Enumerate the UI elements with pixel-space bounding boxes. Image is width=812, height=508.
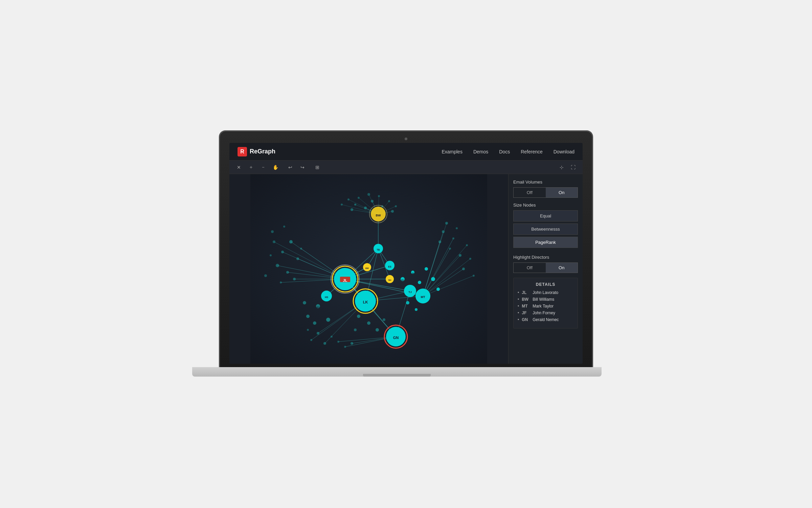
detail-gn: • GN Gerald Nemec (518, 317, 573, 322)
svg-point-115 (418, 281, 421, 284)
detail-name-mt: Mark Taylor (533, 304, 554, 309)
right-panel: Email Volumes Off On Size Nodes Equal Be… (508, 174, 583, 364)
size-betweenness-btn[interactable]: Betweennesss (513, 224, 578, 235)
svg-point-111 (376, 328, 379, 332)
toolbar-left: ✕ ＋ － ✋ ↩ ↪ ⊞ (235, 163, 321, 171)
detail-bw: • BW Bill Williams (518, 297, 573, 302)
detail-mt: • MT Mark Taylor (518, 304, 573, 309)
toolbar-right: ⊹ ⛶ (558, 163, 577, 171)
svg-text:JH: JH (412, 272, 414, 274)
detail-code-gn: GN (522, 317, 530, 322)
app-header: R ReGraph Examples Demos Docs Reference … (229, 143, 583, 161)
svg-text:TJ: TJ (408, 291, 411, 294)
email-volumes-title: Email Volumes (513, 179, 578, 185)
svg-text:HS: HS (325, 296, 328, 298)
svg-text:BW: BW (365, 267, 369, 269)
pan-tool-icon[interactable]: ✋ (271, 163, 279, 171)
redo-tool-icon[interactable]: ↪ (298, 163, 307, 171)
detail-code-jf: JF (522, 311, 530, 315)
detail-jl: • JL John Lavorato (518, 290, 573, 295)
email-volumes-toggle: Off On (513, 187, 578, 198)
fullscreen-tool-icon[interactable]: ⛶ (569, 163, 577, 171)
detail-code-jl: JL (522, 290, 530, 295)
graph-canvas[interactable]: MO BG JH BW TB BW (229, 174, 508, 364)
size-pagerank-btn[interactable]: PageRank (513, 237, 578, 248)
detail-code-bw: BW (522, 297, 530, 302)
zoom-out-tool-icon[interactable]: － (259, 163, 267, 171)
nav-links: Examples Demos Docs Reference Download (442, 149, 574, 154)
svg-point-120 (415, 308, 418, 311)
svg-point-112 (383, 318, 385, 321)
detail-bullet-gn: • (518, 317, 519, 322)
detail-bullet-mt: • (518, 304, 519, 309)
svg-point-116 (431, 277, 435, 281)
email-volumes-section: Email Volumes Off On (513, 179, 578, 198)
svg-point-11 (271, 230, 274, 233)
app-container: R ReGraph Examples Demos Docs Reference … (229, 143, 583, 364)
nav-download[interactable]: Download (554, 149, 574, 154)
detail-name-gn: Gerald Nemec (533, 317, 559, 322)
details-title: DETAILS (518, 282, 573, 287)
svg-point-119 (406, 301, 409, 304)
svg-point-12 (283, 226, 285, 228)
detail-name-jl: John Lavorato (533, 290, 558, 295)
highlight-directors-toggle: Off On (513, 262, 578, 273)
logo-area: R ReGraph (238, 147, 275, 156)
svg-text:BW: BW (376, 214, 381, 217)
size-nodes-title: Size Nodes (513, 203, 578, 208)
laptop-screen: R ReGraph Examples Demos Docs Reference … (220, 131, 592, 367)
size-nodes-section: Size Nodes Equal Betweennesss PageRank (513, 203, 578, 250)
svg-point-104 (306, 315, 310, 318)
laptop-wrapper: R ReGraph Examples Demos Docs Reference … (220, 131, 592, 377)
svg-point-106 (326, 318, 330, 322)
svg-point-13 (264, 274, 267, 277)
layout-tool-icon[interactable]: ⊞ (313, 163, 321, 171)
add-tool-icon[interactable]: ＋ (247, 163, 255, 171)
nav-examples[interactable]: Examples (442, 149, 462, 154)
svg-point-110 (354, 329, 357, 331)
svg-point-118 (425, 267, 428, 271)
graph-svg: MO BG JH BW TB BW (229, 174, 508, 364)
svg-text:BG: BG (401, 279, 404, 281)
detail-bullet-bw: • (518, 297, 519, 302)
svg-point-107 (303, 301, 306, 304)
detail-name-jf: John Forney (533, 311, 555, 315)
detail-bullet-jf: • (518, 311, 519, 315)
nav-docs[interactable]: Docs (499, 149, 510, 154)
svg-point-41 (307, 329, 309, 331)
detail-code-mt: MT (522, 304, 530, 309)
svg-text:ES: ES (388, 266, 391, 268)
toolbar: ✕ ＋ － ✋ ↩ ↪ ⊞ ⊹ ⛶ (229, 161, 583, 174)
email-volumes-off-btn[interactable]: Off (514, 188, 546, 197)
size-equal-btn[interactable]: Equal (513, 210, 578, 221)
svg-point-33 (456, 227, 458, 229)
laptop-camera (405, 137, 407, 140)
highlight-directors-on-btn[interactable]: On (546, 263, 578, 273)
svg-text:JL: JL (343, 278, 347, 282)
svg-point-42 (331, 336, 333, 338)
detail-name-bw: Bill Williams (533, 297, 554, 302)
detail-bullet-jl: • (518, 290, 519, 295)
undo-tool-icon[interactable]: ↩ (286, 163, 294, 171)
detail-jf: • JF John Forney (518, 311, 573, 315)
svg-text:NH: NH (388, 279, 391, 281)
email-volumes-on-btn[interactable]: On (546, 188, 578, 197)
highlight-directors-section: Highlight Directors Off On (513, 255, 578, 273)
screen-bezel: R ReGraph Examples Demos Docs Reference … (229, 143, 583, 364)
svg-point-108 (357, 315, 360, 318)
svg-text:LK: LK (363, 300, 368, 304)
highlight-directors-off-btn[interactable]: Off (514, 263, 546, 273)
nav-demos[interactable]: Demos (473, 149, 488, 154)
select-tool-icon[interactable]: ✕ (235, 163, 243, 171)
details-section: DETAILS • JL John Lavorato • BW Bill Wil… (513, 278, 578, 329)
svg-text:MT: MT (421, 295, 425, 299)
svg-text:GN: GN (393, 336, 399, 340)
svg-point-117 (436, 288, 440, 291)
logo-icon: R (238, 147, 247, 156)
pointer-tool-icon[interactable]: ⊹ (558, 163, 566, 171)
svg-point-8 (270, 254, 272, 256)
main-content: MO BG JH BW TB BW (229, 174, 583, 364)
nav-reference[interactable]: Reference (521, 149, 543, 154)
svg-point-109 (367, 321, 370, 325)
svg-text:TB: TB (377, 249, 380, 251)
